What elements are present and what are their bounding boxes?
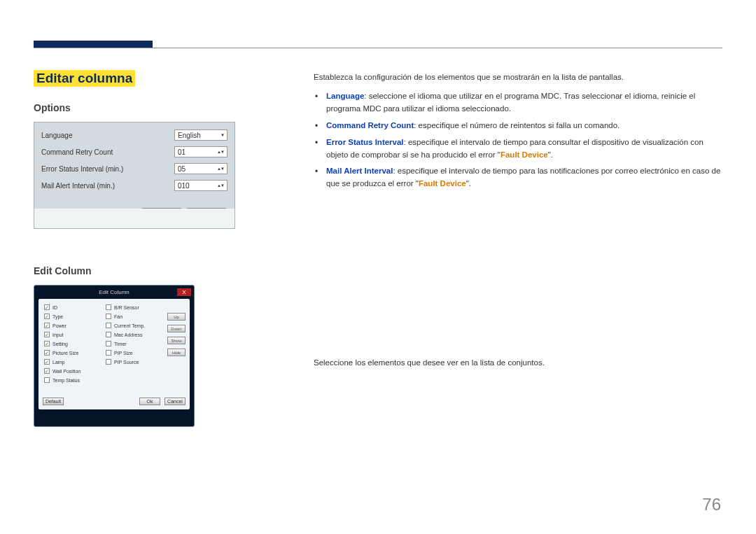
checkbox-icon[interactable] — [44, 377, 50, 383]
checkbox-icon[interactable]: ✓ — [44, 350, 50, 356]
up-button[interactable]: Up — [167, 313, 186, 321]
checkbox-label: Fan — [114, 314, 122, 319]
checkbox-icon[interactable]: ✓ — [44, 368, 50, 374]
editcolumn-dialog: Edit Column X ✓ID✓Type✓Power✓Input✓Setti… — [34, 285, 195, 427]
options-bottom-strip — [34, 209, 234, 228]
number-spinner[interactable]: 010▲▼ — [174, 180, 227, 191]
options-subheading: Options — [34, 102, 272, 113]
checkbox-icon[interactable]: ✓ — [44, 359, 50, 365]
checkbox-item[interactable]: ✓Lamp — [44, 359, 94, 365]
checkbox-item[interactable]: Mac Address — [106, 332, 156, 337]
options-row-label: Command Retry Count — [41, 148, 174, 156]
checkbox-label: Mac Address — [114, 332, 142, 337]
options-description-list: Language: seleccione el idioma que utili… — [314, 90, 722, 190]
description-item: Mail Alert Interval: especifique el inte… — [323, 165, 722, 190]
checkbox-label: Wall Position — [52, 369, 80, 374]
options-row-label: Language — [41, 132, 174, 139]
fault-device-term: Fault Device — [500, 150, 548, 159]
checkbox-icon[interactable] — [106, 304, 111, 310]
checkbox-item[interactable]: ✓Picture Size — [44, 350, 94, 356]
checkbox-label: Timer — [114, 342, 127, 346]
cancel-button[interactable]: Cancel — [164, 398, 186, 405]
checkbox-item[interactable]: B/R Sensor — [106, 304, 156, 310]
checkbox-icon[interactable]: ✓ — [44, 304, 50, 310]
dropdown-input[interactable]: English▼ — [174, 129, 227, 141]
checkbox-label: Lamp — [52, 360, 65, 365]
number-spinner[interactable]: 01▲▼ — [174, 146, 227, 157]
checkbox-item[interactable]: Fan — [106, 314, 156, 319]
spinner-arrows-icon[interactable]: ▲▼ — [217, 150, 224, 154]
description-item: Command Retry Count: especifique el núme… — [323, 120, 722, 132]
checkbox-icon[interactable] — [106, 332, 111, 337]
checkbox-label: Type — [52, 314, 63, 319]
page-number: 76 — [702, 495, 721, 514]
checkbox-label: PIP Size — [114, 351, 133, 356]
term-label: Mail Alert Interval — [326, 167, 393, 175]
show-button[interactable]: Show — [167, 337, 186, 344]
checkbox-item[interactable]: Timer — [106, 341, 156, 346]
checkbox-item[interactable]: ✓Setting — [44, 341, 94, 346]
spinner-arrows-icon[interactable]: ▲▼ — [217, 167, 224, 171]
checkbox-label: Input — [52, 332, 64, 337]
editcolumn-description: Seleccione los elementos que desee ver e… — [314, 358, 722, 367]
options-row: Command Retry Count01▲▼ — [34, 143, 234, 160]
hide-button[interactable]: Hide — [167, 349, 186, 356]
checkbox-icon[interactable] — [106, 341, 111, 346]
main-heading: Editar columna — [34, 70, 135, 87]
checkbox-icon[interactable]: ✓ — [44, 341, 50, 346]
checkbox-item[interactable]: PIP Size — [106, 350, 156, 356]
checkbox-icon[interactable] — [106, 323, 111, 328]
checkbox-item[interactable]: ✓Power — [44, 323, 94, 328]
editcolumn-title: Edit Column — [99, 289, 130, 295]
number-spinner[interactable]: 05▲▼ — [174, 163, 227, 174]
options-row: LanguageEnglish▼ — [34, 122, 234, 143]
checkbox-label: Power — [52, 323, 66, 328]
checkbox-item[interactable]: ✓Wall Position — [44, 368, 94, 374]
default-button[interactable]: Default — [43, 398, 64, 405]
checkbox-label: B/R Sensor — [114, 305, 139, 310]
checkbox-icon[interactable]: ✓ — [44, 323, 50, 328]
checkbox-item[interactable]: Current Temp. — [106, 323, 156, 328]
term-label: Language — [326, 92, 364, 100]
options-row-label: Mail Alert Interval (min.) — [41, 182, 174, 190]
checkbox-label: Current Temp. — [114, 323, 145, 328]
checkbox-label: PIP Source — [114, 360, 139, 365]
checkbox-icon[interactable]: ✓ — [44, 332, 50, 337]
checkbox-icon[interactable] — [106, 359, 111, 365]
description-item: Language: seleccione el idioma que utili… — [323, 90, 722, 115]
checkbox-icon[interactable] — [106, 350, 111, 356]
close-icon[interactable]: X — [177, 288, 191, 296]
checkbox-label: Picture Size — [52, 351, 78, 356]
spinner-arrows-icon[interactable]: ▲▼ — [217, 183, 224, 188]
checkbox-icon[interactable]: ✓ — [44, 314, 50, 319]
checkbox-item[interactable]: Temp Status — [44, 377, 94, 383]
checkbox-label: Setting — [52, 342, 68, 346]
options-row: Error Status Interval (min.)05▲▼ — [34, 160, 234, 177]
options-intro-text: Establezca la configuración de los eleme… — [314, 71, 722, 83]
chevron-down-icon[interactable]: ▼ — [220, 133, 224, 137]
header-rule — [34, 48, 722, 48]
checkbox-label: Temp Status — [52, 378, 80, 383]
checkbox-label: ID — [52, 305, 57, 310]
checkbox-item[interactable]: ✓Input — [44, 332, 94, 337]
checkbox-item[interactable]: ✓Type — [44, 314, 94, 319]
ok-button[interactable]: Ok — [139, 398, 160, 405]
checkbox-item[interactable]: ✓ID — [44, 304, 94, 310]
fault-device-term: Fault Device — [419, 179, 466, 188]
options-dialog: LanguageEnglish▼Command Retry Count01▲▼E… — [34, 122, 235, 229]
checkbox-item[interactable]: PIP Source — [106, 359, 156, 365]
down-button[interactable]: Down — [167, 325, 186, 332]
editcolumn-subheading: Edit Column — [34, 265, 272, 276]
term-label: Command Retry Count — [326, 121, 414, 129]
checkbox-icon[interactable] — [106, 314, 111, 319]
options-row: Mail Alert Interval (min.)010▲▼ — [34, 177, 234, 194]
term-label: Error Status Interval — [326, 138, 404, 146]
description-item: Error Status Interval: especifique el in… — [323, 136, 722, 162]
options-row-label: Error Status Interval (min.) — [41, 165, 174, 173]
